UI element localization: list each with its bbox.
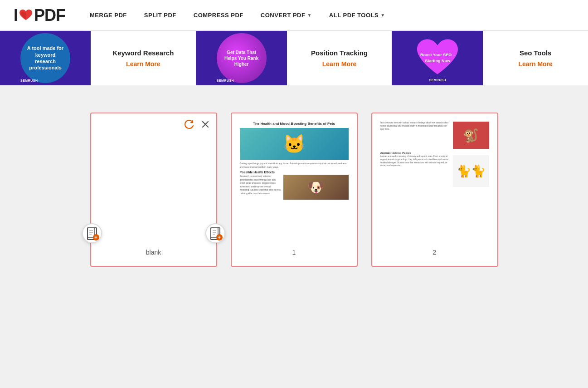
- add-file-icon: +: [87, 227, 97, 239]
- ad-text-2: Position Tracking Learn More: [287, 31, 392, 85]
- add-file-icon-right: +: [210, 227, 220, 239]
- ad-unit-3: Boost Your SEO – Starting Now SEMRUSH Se…: [392, 31, 588, 85]
- ad-image-2: Get Data That Helps You Rank Higher SEMR…: [196, 31, 287, 85]
- preview-content-page-2: Text continues here with various researc…: [377, 118, 493, 191]
- nav-compress-pdf[interactable]: COMPRESS PDF: [187, 8, 250, 22]
- ad-text-3: Seo Tools Learn More: [483, 31, 588, 85]
- rotate-button[interactable]: [183, 118, 195, 131]
- nav-merge-pdf[interactable]: MERGE PDF: [83, 8, 133, 22]
- main-content: + + blank The Health and Mood-Boosti: [0, 85, 588, 335]
- add-file-button-left[interactable]: +: [82, 223, 102, 243]
- preview-dog-image: 🐶: [283, 175, 349, 200]
- semrush-logo-1: SEMRUSH: [20, 79, 38, 82]
- chevron-down-icon: ▼: [307, 13, 311, 18]
- ad-image-1: A tool made for keyword research profess…: [0, 31, 91, 85]
- close-button[interactable]: [199, 118, 212, 131]
- ad-unit-2: Get Data That Helps You Rank Higher SEMR…: [196, 31, 393, 85]
- ad-banner: A tool made for keyword research profess…: [0, 31, 588, 85]
- page-1-preview: The Health and Mood-Boosting Benefits of…: [232, 113, 357, 245]
- chevron-down-icon: ▼: [380, 13, 385, 18]
- nav-split-pdf[interactable]: SPLIT PDF: [138, 8, 183, 22]
- preview-cats-image: 🐈🐈: [453, 155, 489, 187]
- add-file-button-right[interactable]: +: [205, 223, 225, 243]
- main-nav: MERGE PDF SPLIT PDF COMPRESS PDF CONVERT…: [83, 8, 392, 22]
- ad-heart-text: Boost Your SEO – Starting Now: [419, 52, 456, 64]
- ad-text-1: Keyword Research Learn More: [91, 31, 196, 85]
- ad-unit-1: A tool made for keyword research profess…: [0, 31, 196, 85]
- plus-icon-right: +: [216, 234, 223, 241]
- page-1-label: 1: [232, 245, 357, 260]
- ad-image-3: Boost Your SEO – Starting Now SEMRUSH: [392, 31, 483, 85]
- page-2-label: 2: [372, 245, 497, 260]
- nav-all-pdf-tools[interactable]: ALL PDF TOOLS ▼: [323, 8, 392, 22]
- page-card-1: The Health and Mood-Boosting Benefits of…: [231, 113, 358, 267]
- page-2-preview: Text continues here with various researc…: [372, 113, 497, 245]
- logo[interactable]: I PDF: [14, 6, 65, 25]
- ad-learn-more-1[interactable]: Learn More: [126, 60, 160, 68]
- nav-convert-pdf[interactable]: CONVERT PDF ▼: [254, 8, 318, 22]
- preview-content-page-1: The Health and Mood-Boosting Benefits of…: [236, 118, 352, 205]
- logo-heart-icon: [19, 9, 33, 22]
- logo-pdf: PDF: [34, 6, 65, 25]
- page-card-blank: + + blank: [90, 113, 217, 267]
- plus-icon: +: [93, 234, 99, 241]
- ad-title-1: Keyword Research: [112, 49, 174, 57]
- ad-heart-image: Boost Your SEO – Starting Now SEMRUSH: [410, 31, 465, 85]
- blank-page-preview: [91, 113, 216, 245]
- page-card-2: Text continues here with various researc…: [371, 113, 498, 267]
- card-controls: [183, 118, 212, 131]
- ad-learn-more-2[interactable]: Learn More: [322, 60, 356, 68]
- ad-title-3: Seo Tools: [520, 49, 552, 57]
- blank-page-label: blank: [91, 245, 216, 260]
- header: I PDF MERGE PDF SPLIT PDF COMPRESS PDF C…: [0, 0, 588, 31]
- preview-cat-image: 🐱: [240, 128, 349, 160]
- preview-monkey-image: 🐒: [453, 122, 489, 149]
- logo-i: I: [14, 6, 18, 25]
- semrush-logo-2: SEMRUSH: [217, 79, 234, 82]
- ad-title-2: Position Tracking: [311, 49, 368, 57]
- semrush-logo-3: SEMRUSH: [429, 79, 446, 82]
- ad-learn-more-3[interactable]: Learn More: [518, 60, 552, 68]
